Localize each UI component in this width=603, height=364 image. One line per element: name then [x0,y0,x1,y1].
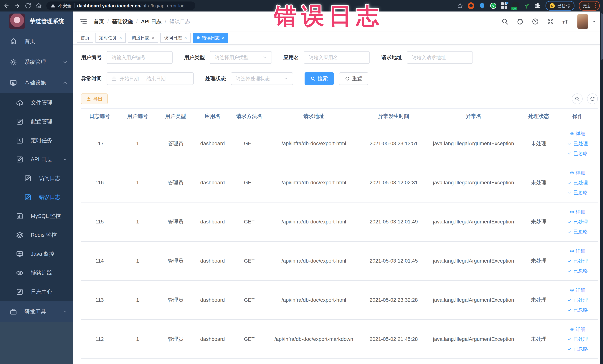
detail-link[interactable]: 详细 [570,130,585,137]
chevron-up-icon [62,157,68,162]
extension-icon-orange[interactable] [468,2,474,9]
profile-paused-badge[interactable]: 已暂停 [545,1,574,11]
breadcrumb-infrastructure[interactable]: 基础设施 [112,18,133,25]
caret-down-icon[interactable] [592,19,597,24]
extension-icon-puzzle[interactable] [534,2,541,9]
sidebar-item-redis-monitor[interactable]: Redis 监控 [0,226,73,245]
search-icon[interactable] [501,18,509,25]
mark-ignored-link[interactable]: 已忽略 [568,228,588,235]
close-icon[interactable]: × [152,35,154,40]
mark-ignored-link[interactable]: 已忽略 [568,346,588,352]
sidebar-item-error-log[interactable]: 错误日志 [0,188,73,207]
sidebar-item-scheduled-jobs[interactable]: 定时任务 [0,131,73,150]
error-log-table: 日志编号 用户编号 用户类型 应用名 请求方法名 请求地址 异常发生时间 异常名… [81,108,598,359]
mark-ignored-link[interactable]: 已忽略 [568,150,588,157]
user-avatar[interactable] [577,14,588,29]
detail-link[interactable]: 详细 [570,209,585,215]
sidebar-item-infrastructure[interactable]: 基础设施 [0,72,73,93]
process-status-select[interactable] [231,72,293,85]
download-icon [86,96,91,101]
sidebar-menu: 首页系统管理基础设施文件管理配置管理定时任务API 日志访问日志错误日志MySQ… [0,31,73,322]
toggle-search-button[interactable] [572,94,583,104]
cell-user-type: 管理员 [157,202,194,241]
sidebar-item-dev-tools[interactable]: 研发工具 [0,301,73,322]
sidebar-item-api-log[interactable]: API 日志 [0,150,73,169]
tab-scheduled-jobs[interactable]: 定时任务× [95,33,126,43]
user-type-select-input[interactable] [214,55,262,61]
breadcrumb-home[interactable]: 首页 [94,18,104,25]
breadcrumb-api-log[interactable]: API 日志 [141,18,162,25]
app-logo: 芋道管理系统 [0,12,73,31]
mark-processed-link[interactable]: 已处理 [568,297,588,303]
browser-back-icon[interactable] [3,3,10,9]
mark-processed-link[interactable]: 已处理 [568,219,588,225]
extension-icon-sprout[interactable] [523,2,530,9]
sidebar-item-system-management[interactable]: 系统管理 [0,52,73,72]
cell-user-id: 1 [118,320,157,359]
sidebar-item-label: MySQL 监控 [31,212,61,220]
reset-button[interactable]: 重置 [339,72,368,85]
browser-forward-icon[interactable] [14,3,20,9]
detail-link[interactable]: 详细 [570,170,585,176]
search-button[interactable]: 搜索 [304,72,334,85]
mark-processed-link[interactable]: 已处理 [568,179,588,186]
extension-icon-on-toggle[interactable]: on [512,2,519,9]
user-type-select[interactable] [210,51,272,64]
mark-processed-link[interactable]: 已处理 [568,336,588,342]
mark-ignored-link[interactable]: 已忽略 [568,268,588,274]
export-button[interactable]: 导出 [81,94,108,104]
sidebar-item-label: 链路追踪 [31,269,52,277]
browser-update-badge[interactable]: 更新 [579,1,600,11]
sidebar-item-access-log[interactable]: 访问日志 [0,169,73,188]
browser-home-icon[interactable] [35,3,42,9]
address-bar[interactable]: 不安全 dashboard.yudao.iocoder.cn/infra/log… [46,1,195,10]
tab-schedule-log[interactable]: 调度日志× [128,33,158,43]
process-status-select-input[interactable] [236,76,283,82]
help-icon[interactable] [532,18,539,25]
refresh-table-button[interactable] [587,94,598,104]
user-id-input[interactable] [111,55,168,61]
sidebar-item-file-management[interactable]: 文件管理 [0,93,73,112]
check-icon [568,269,572,273]
bookmark-star-icon[interactable] [457,3,463,9]
font-size-icon[interactable]: TT [562,18,569,25]
close-icon[interactable]: × [184,35,187,40]
active-tab-dot [197,36,200,39]
browser-reload-icon[interactable] [25,3,31,9]
sidebar-item-config-management[interactable]: 配置管理 [0,112,73,131]
sidebar-item-home[interactable]: 首页 [0,31,73,52]
eye-icon [570,131,574,136]
detail-link[interactable]: 详细 [570,248,585,254]
tab-error-log[interactable]: 错误日志× [193,33,228,43]
mark-processed-link[interactable]: 已处理 [568,140,588,147]
mark-ignored-link[interactable]: 已忽略 [568,307,588,313]
mark-processed-link[interactable]: 已处理 [568,258,588,264]
mark-ignored-link[interactable]: 已忽略 [568,189,588,196]
detail-link[interactable]: 详细 [570,287,585,294]
sidebar-item-mysql-monitor[interactable]: MySQL 监控 [0,207,73,226]
cell-request-url: /api/infra/db-doc/export-markdown [267,320,360,359]
github-icon[interactable] [517,18,524,25]
fullscreen-icon[interactable] [547,18,554,25]
sidebar-item-trace[interactable]: 链路追踪 [0,263,73,282]
extension-icon-shield[interactable] [479,2,486,9]
app-name-input[interactable] [309,55,365,61]
request-url-input[interactable] [412,55,468,61]
close-icon[interactable]: × [119,35,122,40]
sidebar-item-java-monitor[interactable]: Java 监控 [0,245,73,263]
tab-access-log[interactable]: 访问日志× [160,33,191,43]
col-request-url: 请求地址 [267,108,360,124]
extension-icon-green-v[interactable]: V [490,2,497,9]
extension-icon-grid[interactable] [501,2,508,9]
scrollbar-thumb[interactable] [601,13,603,60]
date-range-picker[interactable]: 开始日期 - 结束日期 [107,72,194,85]
page-scrollbar[interactable] [600,12,603,364]
tab-home[interactable]: 首页 [77,33,93,43]
detail-link[interactable]: 详细 [570,326,585,333]
tab-label: 定时任务 [99,35,117,41]
close-icon[interactable]: × [222,35,225,40]
calendar-icon [111,76,116,81]
security-label: 不安全 [58,3,71,9]
sidebar-item-log-center[interactable]: 日志中心 [0,282,73,301]
sidebar-toggle-icon[interactable] [80,18,87,25]
